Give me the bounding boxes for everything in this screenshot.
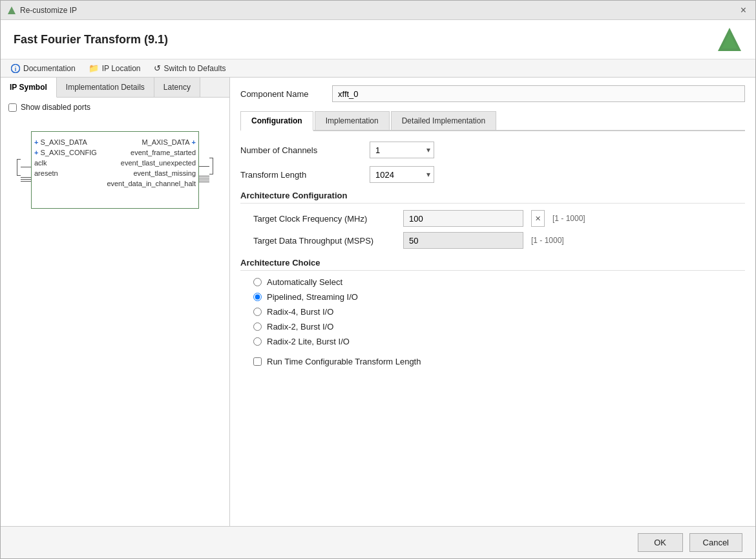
arch-config-header: Architecture Configuration <box>240 191 745 204</box>
runtime-label: Run Time Configurable Transform Length <box>267 357 421 366</box>
m-axis-data-port: M_AXIS_DATA + <box>142 138 198 146</box>
event2-right <box>199 178 209 178</box>
cancel-button[interactable]: Cancel <box>689 533 742 552</box>
symbol-row-5: event_data_in_channel_halt <box>32 178 198 189</box>
title-bar: Re-customize IP × <box>1 1 755 20</box>
folder-icon: 📁 <box>89 63 99 73</box>
s-axis-config-port: + S_AXIS_CONFIG <box>32 149 97 156</box>
aclk-port: aclk <box>32 159 47 167</box>
left-connectors <box>17 159 31 182</box>
event-frame-started-port: event_frame_started <box>131 149 198 156</box>
ip-location-label: IP Location <box>102 64 141 73</box>
target-clock-input[interactable] <box>403 210 523 227</box>
event-tlast-missing-port: event_tlast_missing <box>133 169 198 177</box>
s-axis-config-label: S_AXIS_CONFIG <box>40 149 96 156</box>
event-tlast-missing-label: event_tlast_missing <box>133 169 196 177</box>
symbol-row-2: + S_AXIS_CONFIG event_frame_started <box>32 147 198 158</box>
main-content: IP Symbol Implementation Details Latency… <box>1 78 755 526</box>
aresetn-left <box>21 181 31 182</box>
runtime-row: Run Time Configurable Transform Length <box>240 357 745 366</box>
radio-pipelined-label: Pipelined, Streaming I/O <box>267 292 358 302</box>
target-clock-clear-btn[interactable]: ✕ <box>531 210 545 227</box>
s-axis-config-plus: + <box>34 149 38 156</box>
m-axis-data-right <box>199 158 213 174</box>
bottom-bar: OK Cancel <box>1 526 755 558</box>
show-disabled-ports-checkbox[interactable] <box>8 103 17 112</box>
arch-choice-section: Architecture Choice Automatically Select… <box>240 258 745 366</box>
symbol-area: + S_AXIS_DATA M_AXIS_DATA + <box>8 118 222 222</box>
num-channels-select[interactable]: 1 2 4 8 <box>370 142 434 158</box>
event1-right <box>199 176 209 176</box>
switch-defaults-button[interactable]: ↺ Switch to Defaults <box>154 63 226 73</box>
svg-marker-0 <box>8 6 16 14</box>
radio-radix2: Radix-2, Burst I/O <box>240 322 745 332</box>
arch-choice-header: Architecture Choice <box>240 258 745 271</box>
radio-radix2lite-input[interactable] <box>253 337 262 346</box>
s-axis-config-left <box>21 177 31 178</box>
tab-configuration[interactable]: Configuration <box>240 111 313 131</box>
ok-button[interactable]: OK <box>638 533 683 552</box>
symbol-row-4: aresetn event_tlast_missing <box>32 168 198 178</box>
radio-auto-input[interactable] <box>253 278 262 286</box>
left-panel-body: Show disabled ports <box>1 98 229 526</box>
m-axis-data-plus: + <box>192 138 196 146</box>
symbol-box: + S_AXIS_DATA M_AXIS_DATA + <box>31 131 199 209</box>
s-axis-data-port: + S_AXIS_DATA <box>32 138 87 146</box>
show-disabled-ports-label: Show disabled ports <box>21 103 90 112</box>
switch-defaults-label: Switch to Defaults <box>164 64 226 73</box>
transform-length-row: Transform Length 16 32 64 128 256 512 10… <box>240 166 745 183</box>
symbol-row-1: + S_AXIS_DATA M_AXIS_DATA + <box>32 137 198 147</box>
transform-length-label: Transform Length <box>240 170 370 180</box>
component-name-input[interactable] <box>332 85 745 102</box>
tab-implementation-details[interactable]: Implementation Details <box>57 78 154 97</box>
runtime-checkbox[interactable] <box>253 357 262 366</box>
tab-ip-symbol[interactable]: IP Symbol <box>1 78 57 98</box>
info-icon: i <box>11 64 20 73</box>
radio-radix2lite: Radix-2 Lite, Burst I/O <box>240 337 745 346</box>
left-panel: IP Symbol Implementation Details Latency… <box>1 78 230 526</box>
m-axis-data-label: M_AXIS_DATA <box>142 138 189 146</box>
radio-radix4: Radix-4, Burst I/O <box>240 307 745 317</box>
close-button[interactable]: × <box>738 5 749 16</box>
toolbar: i Documentation 📁 IP Location ↺ Switch t… <box>1 59 755 78</box>
tab-latency[interactable]: Latency <box>154 78 200 97</box>
show-ports-row: Show disabled ports <box>8 103 222 112</box>
num-channels-row: Number of Channels 1 2 4 8 <box>240 142 745 158</box>
target-clock-label: Target Clock Frequency (MHz) <box>253 214 395 224</box>
symbol-diagram: + S_AXIS_DATA M_AXIS_DATA + <box>17 131 213 209</box>
tab-implementation[interactable]: Implementation <box>315 111 390 130</box>
radio-radix2lite-label: Radix-2 Lite, Burst I/O <box>267 337 350 346</box>
target-data-range: [1 - 1000] <box>531 236 564 245</box>
event-frame-started-label: event_frame_started <box>131 149 196 156</box>
documentation-label: Documentation <box>23 64 76 73</box>
ip-location-button[interactable]: 📁 IP Location <box>89 63 141 73</box>
num-channels-label: Number of Channels <box>240 145 370 155</box>
refresh-icon: ↺ <box>154 63 161 73</box>
radio-pipelined: Pipelined, Streaming I/O <box>240 292 745 302</box>
aclk-label: aclk <box>34 159 47 167</box>
aresetn-port: aresetn <box>32 169 58 177</box>
event-tlast-unexpected-port: event_tlast_unexpected <box>121 159 198 167</box>
radio-auto-label: Automatically Select <box>267 277 342 287</box>
target-clock-range: [1 - 1000] <box>552 214 585 223</box>
tab-detailed-implementation[interactable]: Detailed Implementation <box>391 111 496 130</box>
target-data-input[interactable] <box>403 232 523 249</box>
documentation-button[interactable]: i Documentation <box>11 64 76 73</box>
main-window: Re-customize IP × Fast Fourier Transform… <box>0 0 756 559</box>
radio-auto: Automatically Select <box>240 277 745 287</box>
transform-length-select[interactable]: 16 32 64 128 256 512 1024 2048 4096 8192… <box>370 166 434 183</box>
component-name-row: Component Name <box>240 85 745 102</box>
svg-text:i: i <box>15 66 17 72</box>
app-title: Fast Fourier Transform (9.1) <box>14 33 168 47</box>
left-tab-bar: IP Symbol Implementation Details Latency <box>1 78 229 98</box>
transform-length-select-wrapper: 16 32 64 128 256 512 1024 2048 4096 8192… <box>370 166 434 183</box>
target-clock-row: Target Clock Frequency (MHz) ✕ [1 - 1000… <box>240 210 745 227</box>
config-tab-bar: Configuration Implementation Detailed Im… <box>240 111 745 131</box>
radio-radix4-input[interactable] <box>253 308 262 316</box>
event4-right <box>199 182 209 182</box>
component-name-label: Component Name <box>240 89 324 99</box>
radio-pipelined-input[interactable] <box>253 293 262 301</box>
right-connectors <box>199 158 213 182</box>
radio-radix4-label: Radix-4, Burst I/O <box>267 307 333 317</box>
radio-radix2-input[interactable] <box>253 322 262 331</box>
